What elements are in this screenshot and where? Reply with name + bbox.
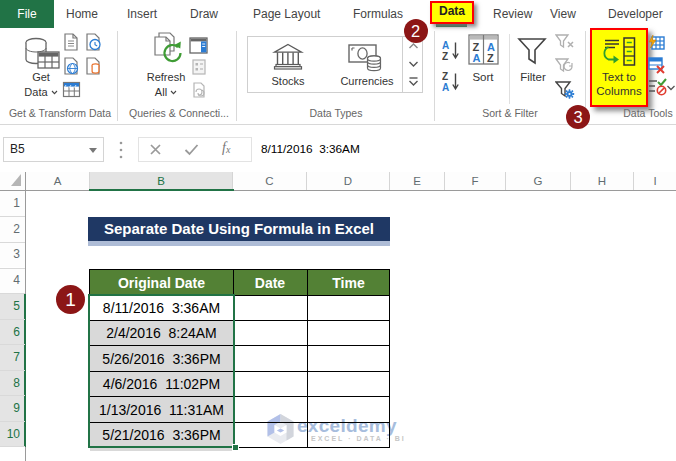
- svg-text:A: A: [442, 40, 449, 51]
- svg-text:Z: Z: [487, 52, 494, 64]
- svg-text:A: A: [473, 52, 481, 64]
- svg-text:Z: Z: [442, 51, 448, 62]
- svg-text:A: A: [442, 82, 449, 93]
- svg-text:Z: Z: [442, 71, 448, 82]
